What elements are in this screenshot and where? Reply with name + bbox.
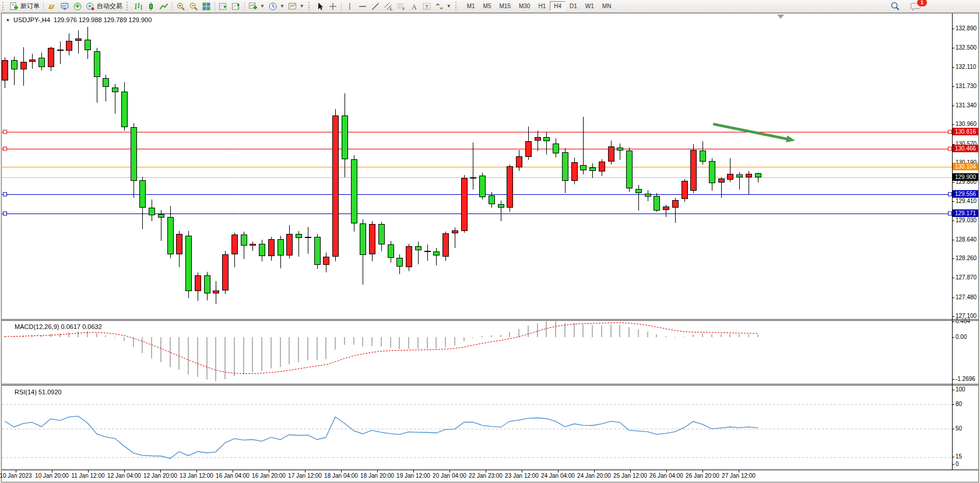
templates-button[interactable]: ▼	[286, 1, 306, 12]
current-price-badge: 129.900	[953, 173, 978, 181]
signals-button[interactable]	[71, 1, 84, 12]
toolbar-separator	[244, 2, 245, 11]
macd-axis-label: 0.00	[956, 334, 967, 341]
signal-icon	[73, 2, 82, 11]
line-chart-button[interactable]	[157, 1, 170, 12]
auto-scroll-icon	[219, 2, 228, 11]
price-tick-label: 127.480	[956, 294, 977, 301]
toolbar-grip	[455, 2, 459, 10]
auto-scroll-button[interactable]	[217, 1, 230, 12]
dropdown-caret-icon: ▼	[447, 4, 451, 9]
tab-timeframe-m15[interactable]: M15	[496, 1, 515, 11]
text-tool-button[interactable]: A	[408, 1, 420, 12]
tab-timeframe-h4[interactable]: H4	[550, 1, 565, 11]
rsi-axis-label: 50	[956, 425, 962, 432]
candlestick-chart-button[interactable]	[145, 1, 157, 12]
new-order-label: 新订单	[20, 2, 40, 10]
gold-ingot-icon	[47, 2, 57, 11]
chart-shift-marker[interactable]	[777, 15, 784, 19]
price-line-badge: 129.556	[953, 190, 978, 198]
price-tick-label: 127.870	[956, 274, 977, 281]
zoom-out-icon	[189, 2, 198, 11]
indicators-button[interactable]: ▼	[247, 1, 266, 12]
price-tick-label: 128.260	[956, 255, 977, 262]
main-toolbar: 新订单 自动交易 ▼ ▼	[0, 0, 980, 13]
price-tick-label: 129.030	[956, 217, 977, 224]
tab-timeframe-m1[interactable]: M1	[463, 1, 479, 11]
price-tick-label: 132.500	[956, 44, 977, 51]
dropdown-caret-icon: ▼	[300, 4, 304, 9]
toolbar-separator	[215, 2, 215, 11]
arrows-icon	[435, 2, 444, 11]
bar-chart-icon	[134, 2, 143, 11]
tile-windows-button[interactable]	[200, 1, 213, 12]
trendline-tool-button[interactable]	[369, 1, 382, 12]
svg-text:T: T	[425, 4, 428, 9]
rsi-indicator-label: RSI(14) 51.0920	[15, 388, 62, 396]
svg-text:E: E	[389, 7, 392, 11]
zoom-in-icon	[176, 2, 185, 11]
tab-timeframe-mn[interactable]: MN	[598, 1, 616, 11]
dropdown-caret-icon: ▼	[280, 4, 284, 9]
tab-timeframe-h1[interactable]: H1	[534, 1, 550, 11]
price-line-badge: 129.171	[953, 209, 978, 217]
arrows-tool-button[interactable]: ▼	[433, 1, 453, 12]
periods-button[interactable]: ▼	[266, 1, 286, 12]
price-tick-label: 128.640	[956, 236, 977, 243]
chart-shift-button[interactable]	[230, 1, 243, 12]
chart-symbol-period: USDJPY-,H4	[13, 16, 50, 23]
autotrading-button[interactable]: 自动交易	[84, 1, 124, 12]
rsi-axis-label: 80	[956, 401, 962, 408]
vertical-line-icon	[345, 2, 354, 11]
zoom-in-button[interactable]	[174, 1, 187, 12]
text-label-tool-button[interactable]: T	[420, 1, 433, 12]
price-tick-label: 129.410	[956, 198, 977, 205]
svg-text:F: F	[402, 7, 405, 11]
rsi-pane-splitter[interactable]	[2, 384, 978, 386]
price-chart-canvas[interactable]	[2, 13, 952, 470]
tab-timeframe-d1[interactable]: D1	[565, 1, 581, 11]
channel-icon: E	[384, 2, 393, 11]
tab-timeframe-m5[interactable]: M5	[479, 1, 496, 11]
line-chart-icon	[159, 2, 168, 11]
rsi-axis-label: 0	[956, 461, 959, 468]
rsi-axis-label: 100	[956, 386, 965, 393]
fibonacci-tool-button[interactable]: F	[395, 1, 408, 12]
crosshair-tool-button[interactable]	[326, 1, 339, 12]
toolbar-grip	[2, 2, 6, 10]
collapse-triangle-icon[interactable]: ▼	[6, 18, 10, 22]
new-order-icon	[9, 2, 19, 11]
price-tick-label: 131.340	[956, 102, 977, 109]
search-button[interactable]	[888, 1, 902, 12]
toolbar-separator	[43, 2, 44, 11]
bar-chart-button[interactable]	[132, 1, 145, 12]
market-watch-button[interactable]	[45, 1, 58, 12]
vertical-line-tool-button[interactable]	[343, 1, 356, 12]
terminal-button[interactable]	[58, 1, 71, 12]
autotrading-label: 自动交易	[97, 2, 122, 10]
horizontal-line-tool-button[interactable]	[356, 1, 369, 12]
tab-timeframe-m30[interactable]: M30	[515, 1, 534, 11]
crosshair-icon	[328, 2, 338, 11]
cursor-tool-button[interactable]	[314, 1, 326, 12]
rsi-axis-label: 15	[956, 453, 962, 460]
price-line-badge: 130.466	[953, 145, 978, 152]
notification-count-badge: 1	[916, 0, 928, 7]
indicators-icon	[248, 2, 258, 11]
macd-indicator-label: MACD(12,26,9) 0.0617 0.0632	[15, 323, 102, 330]
toolbar-right-group: 1	[888, 1, 923, 12]
notifications-button[interactable]: 1	[909, 1, 923, 12]
text-label-icon: T	[422, 2, 431, 11]
fibonacci-icon: F	[396, 2, 406, 11]
autotrading-icon	[86, 2, 95, 11]
text-icon: A	[409, 2, 419, 11]
svg-text:A: A	[412, 2, 417, 10]
tile-windows-icon	[202, 2, 211, 11]
zoom-out-button[interactable]	[187, 1, 200, 12]
macd-pane-splitter[interactable]	[2, 319, 978, 321]
equidistant-channel-tool-button[interactable]: E	[382, 1, 395, 12]
clock-icon	[268, 2, 278, 11]
toolbar-grip	[127, 2, 130, 10]
tab-timeframe-w1[interactable]: W1	[581, 1, 598, 11]
new-order-button[interactable]: 新订单	[8, 1, 41, 12]
